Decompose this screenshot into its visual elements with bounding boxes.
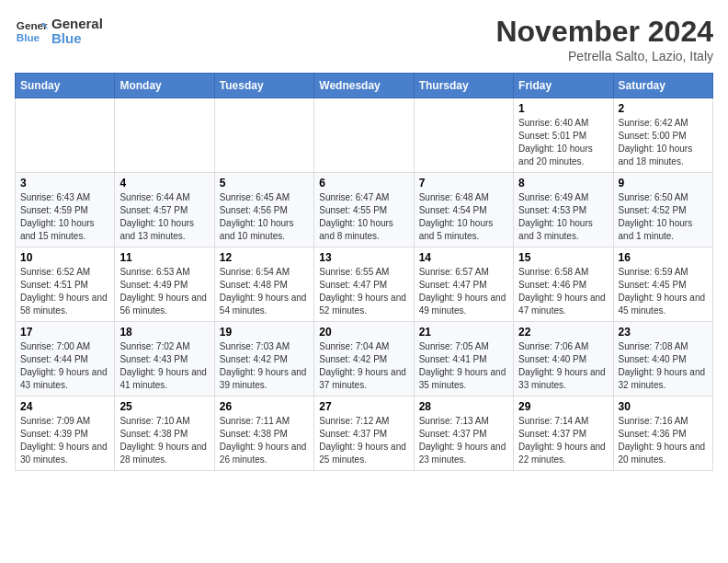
calendar-week-3: 17Sunrise: 7:00 AM Sunset: 4:44 PM Dayli…	[16, 322, 713, 396]
day-info: Sunrise: 7:09 AM Sunset: 4:39 PM Dayligh…	[20, 415, 109, 466]
calendar-cell: 21Sunrise: 7:05 AM Sunset: 4:41 PM Dayli…	[414, 322, 513, 396]
day-number: 22	[518, 326, 608, 339]
calendar-cell: 27Sunrise: 7:12 AM Sunset: 4:37 PM Dayli…	[314, 396, 414, 471]
day-info: Sunrise: 6:40 AM Sunset: 5:01 PM Dayligh…	[518, 117, 608, 168]
day-info: Sunrise: 7:16 AM Sunset: 4:36 PM Dayligh…	[619, 415, 708, 466]
day-number: 2	[619, 102, 708, 115]
weekday-header-row: SundayMondayTuesdayWednesdayThursdayFrid…	[16, 74, 713, 98]
calendar-cell: 30Sunrise: 7:16 AM Sunset: 4:36 PM Dayli…	[613, 396, 712, 471]
calendar-week-4: 24Sunrise: 7:09 AM Sunset: 4:39 PM Dayli…	[16, 396, 713, 471]
day-number: 28	[419, 400, 508, 413]
day-info: Sunrise: 7:08 AM Sunset: 4:40 PM Dayligh…	[619, 340, 708, 392]
calendar-cell	[414, 98, 513, 173]
calendar-cell: 15Sunrise: 6:58 AM Sunset: 4:46 PM Dayli…	[514, 247, 613, 322]
weekday-header-sunday: Sunday	[16, 74, 115, 98]
calendar-cell: 22Sunrise: 7:06 AM Sunset: 4:40 PM Dayli…	[514, 322, 613, 396]
day-info: Sunrise: 6:49 AM Sunset: 4:53 PM Dayligh…	[518, 191, 608, 243]
calendar-cell: 4Sunrise: 6:44 AM Sunset: 4:57 PM Daylig…	[115, 173, 214, 247]
day-number: 1	[518, 102, 608, 115]
day-number: 27	[319, 400, 408, 413]
day-number: 7	[419, 177, 508, 190]
day-number: 3	[20, 177, 109, 190]
weekday-header-thursday: Thursday	[414, 74, 513, 98]
calendar-cell: 6Sunrise: 6:47 AM Sunset: 4:55 PM Daylig…	[314, 173, 414, 247]
day-number: 16	[619, 251, 708, 264]
logo-icon: General Blue	[15, 15, 48, 48]
calendar-cell: 1Sunrise: 6:40 AM Sunset: 5:01 PM Daylig…	[514, 98, 613, 173]
logo: General Blue General Blue General Blue	[15, 15, 103, 48]
day-info: Sunrise: 6:58 AM Sunset: 4:46 PM Dayligh…	[518, 266, 608, 317]
day-number: 8	[518, 177, 608, 190]
weekday-header-friday: Friday	[514, 74, 613, 98]
calendar-cell: 16Sunrise: 6:59 AM Sunset: 4:45 PM Dayli…	[613, 247, 712, 322]
calendar-week-2: 10Sunrise: 6:52 AM Sunset: 4:51 PM Dayli…	[16, 247, 713, 322]
day-number: 23	[619, 326, 708, 339]
day-info: Sunrise: 6:48 AM Sunset: 4:54 PM Dayligh…	[419, 191, 508, 243]
location-subtitle: Petrella Salto, Lazio, Italy	[495, 49, 713, 63]
calendar-cell: 5Sunrise: 6:45 AM Sunset: 4:56 PM Daylig…	[214, 173, 313, 247]
day-info: Sunrise: 6:47 AM Sunset: 4:55 PM Dayligh…	[319, 191, 408, 243]
logo-blue: Blue	[51, 31, 103, 47]
day-number: 20	[319, 326, 408, 339]
day-info: Sunrise: 6:53 AM Sunset: 4:49 PM Dayligh…	[119, 266, 209, 317]
calendar-body: 1Sunrise: 6:40 AM Sunset: 5:01 PM Daylig…	[16, 98, 713, 471]
day-info: Sunrise: 7:00 AM Sunset: 4:44 PM Dayligh…	[20, 340, 109, 392]
calendar-cell: 26Sunrise: 7:11 AM Sunset: 4:38 PM Dayli…	[214, 396, 313, 471]
day-info: Sunrise: 7:10 AM Sunset: 4:38 PM Dayligh…	[119, 415, 209, 466]
calendar-cell: 10Sunrise: 6:52 AM Sunset: 4:51 PM Dayli…	[16, 247, 115, 322]
day-number: 26	[220, 400, 309, 413]
calendar-week-1: 3Sunrise: 6:43 AM Sunset: 4:59 PM Daylig…	[16, 173, 713, 247]
calendar-cell: 3Sunrise: 6:43 AM Sunset: 4:59 PM Daylig…	[16, 173, 115, 247]
svg-text:General: General	[17, 19, 48, 31]
day-number: 29	[518, 400, 608, 413]
weekday-header-tuesday: Tuesday	[214, 74, 313, 98]
calendar-cell: 7Sunrise: 6:48 AM Sunset: 4:54 PM Daylig…	[414, 173, 513, 247]
calendar-cell	[16, 98, 115, 173]
calendar-cell: 18Sunrise: 7:02 AM Sunset: 4:43 PM Dayli…	[115, 322, 214, 396]
day-info: Sunrise: 6:50 AM Sunset: 4:52 PM Dayligh…	[619, 191, 708, 243]
day-info: Sunrise: 7:14 AM Sunset: 4:37 PM Dayligh…	[518, 415, 608, 466]
day-number: 4	[119, 177, 209, 190]
day-info: Sunrise: 7:02 AM Sunset: 4:43 PM Dayligh…	[119, 340, 209, 392]
day-info: Sunrise: 7:12 AM Sunset: 4:37 PM Dayligh…	[319, 415, 408, 466]
logo-general: General	[51, 17, 103, 32]
day-number: 15	[518, 251, 608, 264]
calendar-cell: 29Sunrise: 7:14 AM Sunset: 4:37 PM Dayli…	[514, 396, 613, 471]
calendar-cell	[214, 98, 313, 173]
day-info: Sunrise: 7:04 AM Sunset: 4:42 PM Dayligh…	[319, 340, 408, 392]
day-info: Sunrise: 6:45 AM Sunset: 4:56 PM Dayligh…	[220, 191, 309, 243]
title-section: November 2024 Petrella Salto, Lazio, Ita…	[495, 15, 713, 63]
calendar-cell: 14Sunrise: 6:57 AM Sunset: 4:47 PM Dayli…	[414, 247, 513, 322]
day-info: Sunrise: 6:54 AM Sunset: 4:48 PM Dayligh…	[220, 266, 309, 317]
day-number: 10	[20, 251, 109, 264]
day-number: 30	[619, 400, 708, 413]
day-number: 13	[319, 251, 408, 264]
month-title: November 2024	[495, 15, 713, 49]
day-number: 11	[119, 251, 209, 264]
calendar-cell: 17Sunrise: 7:00 AM Sunset: 4:44 PM Dayli…	[16, 322, 115, 396]
day-number: 24	[20, 400, 109, 413]
calendar-cell: 12Sunrise: 6:54 AM Sunset: 4:48 PM Dayli…	[214, 247, 313, 322]
calendar-cell: 2Sunrise: 6:42 AM Sunset: 5:00 PM Daylig…	[613, 98, 712, 173]
day-number: 9	[619, 177, 708, 190]
weekday-header-saturday: Saturday	[613, 74, 712, 98]
day-info: Sunrise: 6:59 AM Sunset: 4:45 PM Dayligh…	[619, 266, 708, 317]
calendar-cell	[314, 98, 414, 173]
day-number: 14	[419, 251, 508, 264]
calendar-cell: 28Sunrise: 7:13 AM Sunset: 4:37 PM Dayli…	[414, 396, 513, 471]
day-number: 19	[220, 326, 309, 339]
calendar-cell: 25Sunrise: 7:10 AM Sunset: 4:38 PM Dayli…	[115, 396, 214, 471]
day-info: Sunrise: 7:05 AM Sunset: 4:41 PM Dayligh…	[419, 340, 508, 392]
calendar-cell: 9Sunrise: 6:50 AM Sunset: 4:52 PM Daylig…	[613, 173, 712, 247]
day-info: Sunrise: 6:42 AM Sunset: 5:00 PM Dayligh…	[619, 117, 708, 168]
weekday-header-wednesday: Wednesday	[314, 74, 414, 98]
day-number: 18	[119, 326, 209, 339]
day-info: Sunrise: 6:57 AM Sunset: 4:47 PM Dayligh…	[419, 266, 508, 317]
calendar-cell: 8Sunrise: 6:49 AM Sunset: 4:53 PM Daylig…	[514, 173, 613, 247]
day-number: 21	[419, 326, 508, 339]
day-number: 17	[20, 326, 109, 339]
svg-text:Blue: Blue	[17, 31, 40, 43]
calendar-cell: 24Sunrise: 7:09 AM Sunset: 4:39 PM Dayli…	[16, 396, 115, 471]
day-info: Sunrise: 7:11 AM Sunset: 4:38 PM Dayligh…	[220, 415, 309, 466]
calendar-cell: 23Sunrise: 7:08 AM Sunset: 4:40 PM Dayli…	[613, 322, 712, 396]
